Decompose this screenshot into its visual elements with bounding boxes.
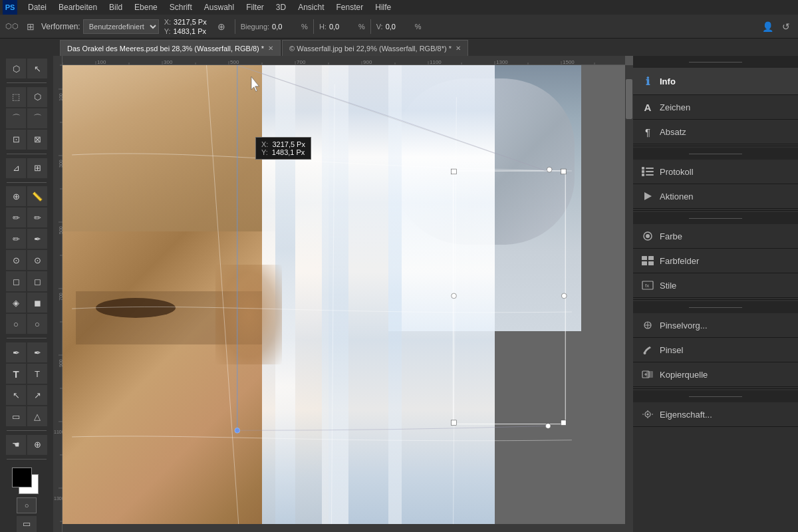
foreground-color-swatch[interactable]	[12, 467, 32, 487]
panel-collapse-mid1[interactable]	[633, 148, 798, 160]
tool-patch[interactable]: ✏	[27, 207, 47, 227]
tool-lasso[interactable]: ⌒	[6, 108, 26, 128]
tool-healing[interactable]: ✏	[6, 207, 26, 227]
tool-select2[interactable]: ⊠	[27, 130, 47, 150]
panel-eigenschaften[interactable]: Eigenschaft...	[633, 402, 798, 427]
arrange-icon[interactable]: ↺	[778, 19, 794, 35]
panel-collapse-mid2[interactable]	[633, 212, 798, 224]
tool-pencil[interactable]: ✒	[27, 229, 47, 249]
panel-absatz[interactable]: ¶ Absatz	[633, 120, 798, 144]
svg-rect-73	[642, 256, 647, 260]
canvas-area[interactable]: 100 300 500 700 900 1100	[53, 56, 633, 532]
tool-marquee[interactable]: ⬚	[6, 87, 26, 107]
tool-path-sel[interactable]: ↖	[6, 385, 26, 405]
tool-lasso2[interactable]: ⌒	[27, 108, 47, 128]
h-value: 0,0	[329, 23, 356, 31]
panel-collapse-top[interactable]	[633, 56, 798, 68]
panel-stile[interactable]: fx Stile	[633, 273, 798, 298]
panel-kopierquelle[interactable]: Kopierquelle	[633, 362, 798, 387]
panel-pinsel[interactable]: Pinsel	[633, 338, 798, 362]
panel-collapse-mid4[interactable]	[633, 390, 798, 402]
menu-3d[interactable]: 3D	[271, 1, 291, 13]
tool-zoom[interactable]: ⊕	[27, 435, 47, 455]
menu-ebene[interactable]: Ebene	[129, 1, 163, 13]
panel-farbe[interactable]: Farbe	[633, 224, 798, 249]
menu-auswahl[interactable]: Auswahl	[199, 1, 239, 13]
tab-orakel[interactable]: Das Orakel des Meeres.psd bei 28,3% (Was…	[60, 40, 281, 56]
tool-pen[interactable]: ✒	[6, 342, 26, 362]
panel-aktionen[interactable]: Aktionen	[633, 184, 798, 209]
tool-pattern[interactable]: ⊙	[27, 250, 47, 270]
tool-clone[interactable]: ⊙	[6, 250, 26, 270]
menu-schrift[interactable]: Schrift	[164, 1, 198, 13]
svg-rect-76	[648, 261, 654, 265]
farbfelder-icon	[641, 254, 654, 267]
group-sep-3	[633, 299, 798, 300]
tool-dodge[interactable]: ○	[6, 314, 26, 334]
v-unit: %	[415, 23, 422, 31]
tool-direct-sel[interactable]: ↗	[27, 385, 47, 405]
tool-artboard[interactable]: ↖	[27, 59, 47, 78]
menu-fenster[interactable]: Fenster	[331, 1, 369, 13]
panel-protokoll[interactable]: Protokoll	[633, 160, 798, 184]
tool-gradient[interactable]: ◈	[6, 293, 26, 313]
tool-type[interactable]: T	[6, 364, 26, 384]
tool-slice[interactable]: ⊞	[27, 158, 47, 178]
tool-fill[interactable]: ◼	[27, 293, 47, 313]
tool-type2[interactable]: T	[27, 364, 47, 384]
verformen-label: Verformen:	[41, 22, 80, 31]
collapse-line5	[689, 396, 742, 397]
tool-burn[interactable]: ○	[27, 314, 47, 334]
tool-eraser2[interactable]: ◻	[27, 271, 47, 291]
info-icon: ℹ	[641, 74, 654, 88]
aktionen-label: Aktionen	[660, 192, 694, 201]
coord-x-label: X:	[261, 140, 268, 148]
svg-text:1300: 1300	[496, 59, 508, 65]
eigenschaften-label: Eigenschaft...	[660, 410, 712, 420]
workspace-icon[interactable]: 👤	[759, 19, 775, 35]
warp-icon[interactable]: ⊕	[213, 19, 229, 35]
tool-move[interactable]: ⬡	[6, 59, 26, 78]
panel-collapse-mid3[interactable]	[633, 301, 798, 313]
tab-wasserfall-close[interactable]: ✕	[456, 45, 461, 52]
menu-ansicht[interactable]: Ansicht	[293, 1, 329, 13]
menu-bearbeiten[interactable]: Bearbeiten	[53, 1, 102, 13]
tool-brush[interactable]: ✏	[6, 229, 26, 249]
tool-pen2[interactable]: ✒	[27, 342, 47, 362]
tool-shape2[interactable]: △	[27, 406, 47, 426]
menu-bild[interactable]: Bild	[104, 1, 128, 13]
screen-mode-button[interactable]: ▭	[17, 516, 37, 532]
menu-filter[interactable]: Filter	[241, 1, 269, 13]
tool-wand[interactable]: ⊡	[6, 130, 26, 150]
menu-hilfe[interactable]: Hilfe	[370, 1, 396, 13]
menu-datei[interactable]: Datei	[23, 1, 52, 13]
tool-shape[interactable]: ▭	[6, 406, 26, 426]
panel-farbfelder[interactable]: Farbfelder	[633, 249, 798, 273]
panel-zeichen[interactable]: A Zeichen	[633, 95, 798, 120]
forehead-layer	[63, 65, 275, 231]
tool-marquee2[interactable]: ⬡	[27, 87, 47, 107]
tool-hand[interactable]: ☚	[6, 435, 26, 455]
info-panel-header[interactable]: ℹ Info	[633, 68, 798, 95]
canvas-viewport[interactable]: X: 3217,5 Px Y: 1483,1 Px	[63, 65, 625, 524]
scrollbar-vertical-thumb[interactable]	[626, 79, 632, 119]
verformen-dropdown[interactable]: Benutzerdefiniert	[83, 19, 159, 34]
svg-text:1500: 1500	[563, 59, 575, 65]
stile-icon: fx	[641, 279, 654, 292]
warp-transform-icon[interactable]: ⬡⬡	[4, 19, 20, 35]
scrollbar-vertical[interactable]	[625, 65, 633, 524]
tool-crop[interactable]: ⊿	[6, 158, 26, 178]
group-sep-4	[633, 388, 798, 389]
panel-pinselvorgaben[interactable]: Pinselvorg...	[633, 313, 798, 338]
y-value: 1483,1 Px	[174, 27, 207, 35]
tool-eyedropper[interactable]: ⊕	[6, 186, 26, 206]
protokoll-icon	[641, 165, 654, 178]
transform-mode-icon[interactable]: ⊞	[23, 19, 39, 35]
scrollbar-horizontal[interactable]	[63, 524, 625, 532]
farbe-label: Farbe	[660, 231, 682, 241]
tool-ruler[interactable]: 📏	[27, 186, 47, 206]
quick-mask-button[interactable]: ○	[17, 497, 37, 513]
tool-eraser[interactable]: ◻	[6, 271, 26, 291]
tab-orakel-close[interactable]: ✕	[268, 45, 273, 52]
tab-wasserfall[interactable]: © Wasserfall.jpg bei 22,9% (Wasserfall, …	[282, 40, 468, 56]
